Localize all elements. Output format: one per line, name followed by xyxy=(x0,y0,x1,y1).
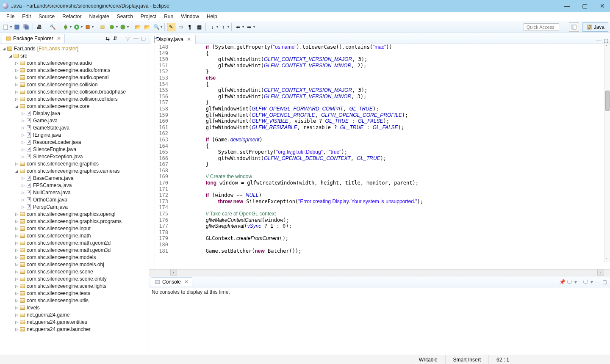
toggle-mark-button[interactable]: ✎ xyxy=(167,23,175,31)
tree-item[interactable]: ▷com.shc.silenceengine.math.geom3d xyxy=(0,246,149,254)
open-type-button[interactable]: 📂 xyxy=(133,23,142,31)
forward-button[interactable]: ➡ xyxy=(245,23,253,31)
maximize-view-icon[interactable]: ▢ xyxy=(141,36,147,41)
tree-item[interactable]: ▷com.shc.silenceengine.input xyxy=(0,225,149,232)
minimize-view-icon[interactable]: — xyxy=(133,36,139,41)
scroll-down-icon[interactable]: ˅ xyxy=(605,257,607,262)
close-button[interactable]: ✕ xyxy=(597,3,607,9)
minimize-editor-icon[interactable]: — xyxy=(596,38,601,44)
overview-ruler[interactable]: ˄ ˅ xyxy=(604,44,610,262)
tree-item[interactable]: ▷com.shc.silenceengine.collision xyxy=(0,81,149,88)
package-explorer-tree[interactable]: ◢FarLands[FarLands master]◢src▷com.shc.s… xyxy=(0,44,149,355)
tree-item[interactable]: ▷com.shc.silenceengine.graphics xyxy=(0,160,149,167)
tree-item[interactable]: ▷SilenceEngine.java xyxy=(0,146,149,153)
tree-item[interactable]: ▷com.shc.silenceengine.utils xyxy=(0,297,149,304)
editor-tab-display[interactable]: Display.java ✕ xyxy=(151,35,196,44)
view-menu-icon[interactable]: ▽ xyxy=(126,36,132,41)
collapse-all-icon[interactable]: ⇆ xyxy=(105,36,111,41)
tree-item[interactable]: ▷com.shc.silenceengine.graphics.programs xyxy=(0,218,149,225)
run-button[interactable] xyxy=(72,23,81,31)
toggle-block-button[interactable]: ▭ xyxy=(176,23,185,31)
back-button[interactable]: ⬅ xyxy=(234,23,242,31)
show-whitespace-button[interactable]: ¶ xyxy=(186,23,194,31)
tree-item[interactable]: ▷com.shc.silenceengine.graphics.opengl xyxy=(0,210,149,218)
tree-item[interactable]: ▷com.shc.silenceengine.math xyxy=(0,232,149,239)
tree-item[interactable]: ◢com.shc.silenceengine.core xyxy=(0,102,149,110)
minimize-view-icon[interactable]: — xyxy=(595,279,601,285)
editor-hscrollbar[interactable]: ‹ › xyxy=(149,269,610,276)
scrollbar-thumb[interactable] xyxy=(605,91,610,111)
print-button[interactable]: 🖶 xyxy=(35,23,44,31)
tree-item[interactable]: ▷IEngine.java xyxy=(0,131,149,138)
open-console-icon[interactable]: 🖵 xyxy=(583,279,589,285)
tab-package-explorer[interactable]: Package Explorer ✕ xyxy=(2,34,65,43)
editor-folding-gutter[interactable] xyxy=(149,44,155,269)
tree-item[interactable]: ▷GameState.java xyxy=(0,124,149,131)
menu-search[interactable]: Search xyxy=(113,13,137,20)
tree-item[interactable]: ◢com.shc.silenceengine.graphics.cameras xyxy=(0,167,149,174)
coverage-button[interactable] xyxy=(83,23,92,31)
tree-item[interactable]: ▷com.shc.silenceengine.audio.openal xyxy=(0,74,149,81)
tree-item[interactable]: ▷net.guerra24.game xyxy=(0,311,149,318)
menu-file[interactable]: File xyxy=(3,13,18,20)
open-task-button[interactable]: 📂 xyxy=(143,23,151,31)
link-editor-icon[interactable]: ⇵ xyxy=(113,36,119,41)
tree-item[interactable]: ▷com.shc.silenceengine.audio.formats xyxy=(0,66,149,74)
menu-project[interactable]: Project xyxy=(137,13,160,20)
scroll-up-icon[interactable]: ˄ xyxy=(605,45,607,49)
tree-item[interactable]: ▷PerspCam.java xyxy=(0,203,149,210)
tree-item[interactable]: ▷ResourceLoader.java xyxy=(0,138,149,146)
new-package-button[interactable] xyxy=(98,23,107,31)
tree-item[interactable]: ▷com.shc.silenceengine.audio xyxy=(0,59,149,66)
tree-item[interactable]: ▷com.shc.silenceengine.collision.collide… xyxy=(0,95,149,102)
new-java-button[interactable] xyxy=(119,23,127,31)
tree-item[interactable]: ▷NullCamera.java xyxy=(0,189,149,196)
save-button[interactable] xyxy=(13,23,21,31)
close-icon[interactable]: ✕ xyxy=(187,36,191,42)
prev-annotation-button[interactable]: ↑ xyxy=(219,23,227,31)
hscroll-left-icon[interactable]: ‹ xyxy=(170,270,177,276)
tree-item[interactable]: ▷levels xyxy=(0,304,149,311)
open-perspective-button[interactable] xyxy=(569,22,579,32)
menu-edit[interactable]: Edit xyxy=(18,13,35,20)
menu-navigate[interactable]: Navigate xyxy=(85,13,113,20)
maximize-view-icon[interactable]: ▢ xyxy=(602,279,608,285)
tree-item[interactable]: ▷OrthoCam.java xyxy=(0,196,149,203)
maximize-button[interactable]: ▢ xyxy=(580,3,590,9)
close-icon[interactable]: ✕ xyxy=(57,36,61,41)
tree-item[interactable]: ▷net.guerra24.game.launcher xyxy=(0,325,149,333)
next-annotation-button[interactable]: ↓ xyxy=(208,23,216,31)
perspective-java[interactable]: J Java xyxy=(582,22,608,32)
tab-console[interactable]: Console ✕ xyxy=(151,277,192,286)
debug-button[interactable] xyxy=(61,23,70,31)
tree-item[interactable]: ▷Game.java xyxy=(0,117,149,124)
new-class-button[interactable] xyxy=(108,23,116,31)
new-button[interactable] xyxy=(2,23,10,31)
save-all-button[interactable] xyxy=(22,23,30,31)
menu-source[interactable]: Source xyxy=(35,13,58,20)
search-button[interactable]: 🔍 xyxy=(152,23,161,31)
menu-window[interactable]: Window xyxy=(177,13,203,20)
tree-item[interactable]: ▷com.shc.silenceengine.math.geom2d xyxy=(0,239,149,246)
editor-body[interactable]: 148 149 150 151 152 153 154 155 156 157 … xyxy=(149,44,610,269)
tree-item[interactable]: ▷SilenceException.java xyxy=(0,153,149,160)
display-console-icon[interactable]: 🖵 xyxy=(567,279,573,285)
tree-item[interactable]: ◢FarLands[FarLands master] xyxy=(0,45,149,52)
maximize-editor-icon[interactable]: ▢ xyxy=(604,38,608,44)
annotation-button[interactable]: ▦ xyxy=(195,23,203,31)
editor-code[interactable]: if (System.getProperty("os.name").toLowe… xyxy=(170,44,610,269)
menu-help[interactable]: Help xyxy=(203,13,221,20)
tree-item[interactable]: ▷com.shc.silenceengine.tests xyxy=(0,290,149,297)
close-icon[interactable]: ✕ xyxy=(184,279,189,285)
tree-item[interactable]: ▷com.shc.silenceengine.scene xyxy=(0,268,149,275)
tree-item[interactable]: ▷com.shc.silenceengine.models xyxy=(0,254,149,261)
menu-refactor[interactable]: Refactor xyxy=(58,13,85,20)
minimize-button[interactable]: — xyxy=(562,3,572,9)
hscroll-right-icon[interactable]: › xyxy=(597,270,604,276)
tree-item[interactable]: ▷Display.java xyxy=(0,110,149,117)
quick-access-input[interactable]: Quick Access xyxy=(524,23,559,31)
build-button[interactable]: 🔨 xyxy=(48,23,57,31)
tree-item[interactable]: ▷FPSCamera.java xyxy=(0,182,149,189)
tree-item[interactable]: ▷com.shc.silenceengine.models.obj xyxy=(0,261,149,268)
tree-item[interactable]: ▷net.guerra24.game.entities xyxy=(0,318,149,325)
